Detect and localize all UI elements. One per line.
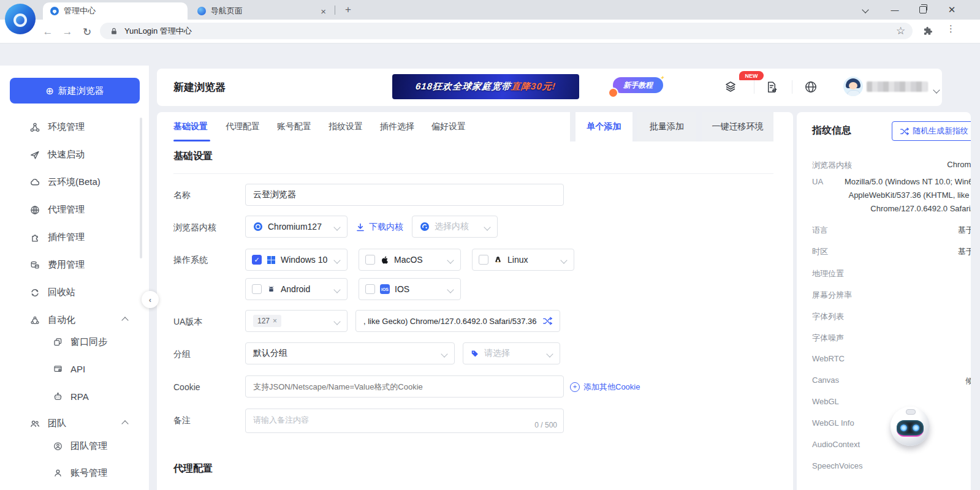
restore-button[interactable] <box>909 0 937 20</box>
page-title: 新建浏览器 <box>173 80 226 94</box>
kernel-select[interactable]: Chromium127 <box>245 216 348 238</box>
tutorial-badge[interactable]: 新手教程 ✦ <box>613 77 663 93</box>
main-panel: 基础设置 代理配置 账号配置 指纹设置 插件选择 偏好设置 单个添加 批量添加 … <box>157 112 793 490</box>
ua-version-select[interactable]: 127 × <box>245 310 348 332</box>
hand-pointer-icon <box>609 89 617 97</box>
mode-tab-batch-add[interactable]: 批量添加 <box>637 112 696 141</box>
sidebar-item-recycle-bin[interactable]: 回收站 <box>5 279 141 306</box>
os-option-macos[interactable]: MacOS <box>359 249 461 271</box>
sidebar-item-quick-launch[interactable]: 快速启动 <box>5 141 141 168</box>
sidebar-item-api[interactable]: API <box>5 355 141 383</box>
reload-button[interactable]: ↻ <box>78 23 96 40</box>
language-globe-icon[interactable] <box>802 78 820 96</box>
os-option-linux[interactable]: Linux <box>472 249 574 271</box>
bookmark-star-icon[interactable]: ☆ <box>896 24 905 37</box>
sidebar-item-team-management[interactable]: 团队管理 <box>5 432 141 460</box>
new-tab-button[interactable]: + <box>338 0 358 20</box>
add-cookie-link[interactable]: + 添加其他Cookie <box>570 382 640 393</box>
robot-cap <box>906 409 916 415</box>
sidebar-item-account-management[interactable]: 账号管理 <box>5 459 141 487</box>
collapse-section-icon[interactable] <box>121 420 128 427</box>
cookie-input[interactable] <box>245 375 564 398</box>
forward-button[interactable]: → <box>59 23 76 40</box>
sidebar-scrollbar[interactable] <box>140 118 142 258</box>
tab-close-icon[interactable]: × <box>321 6 326 17</box>
new-badge: NEW <box>739 71 764 80</box>
checkbox-unchecked[interactable] <box>479 255 488 265</box>
sidebar-item-cloud-env[interactable]: 云环境(Beta) <box>5 168 141 196</box>
sidebar-item-environment[interactable]: 环境管理 <box>5 113 141 141</box>
checkbox-checked[interactable]: ✓ <box>252 255 262 265</box>
tag-remove-icon[interactable]: × <box>273 317 277 325</box>
divider <box>754 80 754 94</box>
download-icon <box>355 222 365 232</box>
promo-banner[interactable]: 618狂欢全球家庭宽带直降30元! <box>392 74 579 99</box>
robot-icon <box>53 391 63 402</box>
mode-tab-single-add[interactable]: 单个添加 <box>575 112 632 141</box>
tab-plugin-select[interactable]: 插件选择 <box>380 112 414 141</box>
sidebar-item-proxy[interactable]: 代理管理 <box>5 196 141 224</box>
char-counter: 0 / 500 <box>534 421 557 429</box>
window-sync-icon <box>53 337 63 347</box>
layers-icon[interactable] <box>721 78 740 96</box>
os-option-windows[interactable]: ✓ Windows 10 <box>245 249 348 271</box>
tab-account-config[interactable]: 账号配置 <box>277 112 311 141</box>
user-icon <box>53 468 63 478</box>
api-card-icon <box>53 364 63 374</box>
download-kernel-link[interactable]: 下载内核 <box>355 222 403 233</box>
close-button[interactable]: ✕ <box>938 0 966 20</box>
regenerate-fingerprint-button[interactable]: 随机生成新指纹 <box>892 121 971 141</box>
coins-icon <box>29 260 40 271</box>
active-tab-underline <box>173 140 210 141</box>
browser-tab-inactive[interactable]: 导航页面 × <box>190 2 332 20</box>
helper-robot-widget[interactable] <box>890 404 930 454</box>
group-select[interactable]: 默认分组 <box>245 342 455 364</box>
collapse-section-icon[interactable] <box>121 317 128 323</box>
tab-search-chevron-icon[interactable] <box>851 0 879 20</box>
user-circle-icon <box>53 441 63 451</box>
tutorial-label: 新手教程 <box>623 80 653 91</box>
new-browser-button[interactable]: ⊕ 新建浏览器 <box>10 78 140 104</box>
minimize-button[interactable]: — <box>881 0 909 20</box>
import-export-doc-icon[interactable] <box>762 78 781 96</box>
checkbox-unchecked[interactable] <box>365 284 375 294</box>
ua-string-input[interactable]: , like Gecko) Chrome/127.0.6492.0 Safari… <box>355 310 560 332</box>
browser-tab-active[interactable]: 管理中心 <box>43 2 188 20</box>
checkbox-unchecked[interactable] <box>252 284 262 294</box>
sidebar-item-plugins[interactable]: 插件管理 <box>5 224 141 251</box>
os-option-ios[interactable]: iOS IOS <box>359 278 461 300</box>
robot-eye <box>913 424 919 431</box>
user-avatar[interactable] <box>843 77 863 96</box>
account-chevron-down-icon[interactable] <box>934 84 939 95</box>
group-tag-select[interactable]: 请选择 <box>463 342 560 364</box>
back-button[interactable]: ← <box>39 23 56 40</box>
sidebar-item-window-sync[interactable]: 窗口同步 <box>5 328 141 356</box>
sidebar-item-billing[interactable]: 费用管理 <box>5 251 141 279</box>
ua-version-tag[interactable]: 127 × <box>253 315 281 327</box>
tab-fingerprint-settings[interactable]: 指纹设置 <box>329 112 363 141</box>
mode-tab-migrate-env[interactable]: 一键迁移环境 <box>702 112 773 141</box>
os-option-android[interactable]: Android <box>245 278 348 300</box>
checkbox-unchecked[interactable] <box>365 255 375 265</box>
address-bar[interactable]: YunLogin 管理中心 <box>100 23 913 39</box>
choose-kernel-select[interactable]: 选择内核 <box>412 216 498 238</box>
field-label-name: 名称 <box>173 190 191 201</box>
fp-row-language: 语言基于IP生成 <box>812 225 971 237</box>
sidebar-collapse-handle[interactable]: ‹ <box>142 291 159 308</box>
team-icon <box>29 418 40 429</box>
field-label-cookie: Cookie <box>173 382 200 392</box>
browser-menu-icon[interactable]: ⋮ <box>946 23 955 34</box>
tab-basic-settings[interactable]: 基础设置 <box>173 112 208 141</box>
ios-icon: iOS <box>380 284 390 294</box>
apple-icon <box>380 255 389 265</box>
tab-proxy-config[interactable]: 代理配置 <box>226 112 260 141</box>
app-logo <box>5 4 36 34</box>
extensions-puzzle-icon[interactable] <box>922 25 933 37</box>
tab-favicon <box>197 7 206 15</box>
tab-preferences[interactable]: 偏好设置 <box>431 112 466 141</box>
sidebar-item-rpa[interactable]: RPA <box>5 383 141 410</box>
field-label-group: 分组 <box>173 349 191 360</box>
name-input[interactable] <box>245 184 564 206</box>
android-icon <box>267 285 276 294</box>
remark-textarea[interactable]: 请输入备注内容 0 / 500 <box>245 409 564 433</box>
